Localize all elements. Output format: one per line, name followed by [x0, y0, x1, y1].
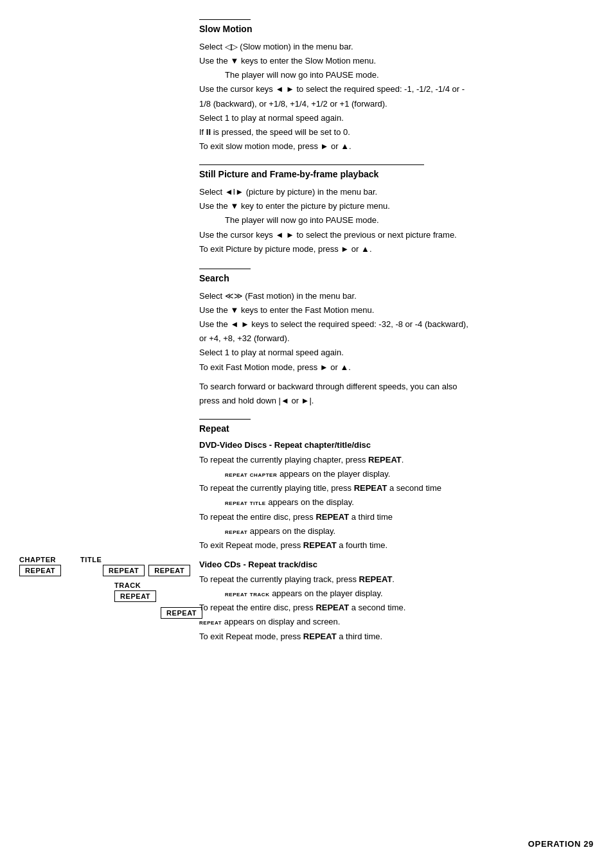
still-picture-line3: The player will now go into PAUSE mode.: [199, 214, 585, 227]
slow-motion-line2: Use the ▼ keys to enter the Slow Motion …: [199, 55, 585, 67]
page-content: Slow Motion Select ◁▷ (Slow motion) in t…: [199, 19, 585, 655]
diagram-row2: REPEAT REPEAT REPEAT: [19, 565, 202, 576]
dvd-line7: To exit Repeat mode, press REPEAT a four…: [199, 539, 585, 552]
still-picture-divider: [199, 164, 424, 165]
search-extra1: To search forward or backward through di…: [199, 380, 585, 393]
title-repeat-box: REPEAT: [103, 565, 145, 576]
search-line3: Use the ◄ ► keys to select the required …: [199, 318, 585, 331]
final-repeat-box: REPEAT: [161, 607, 202, 619]
disc-repeat-box: REPEAT: [148, 565, 190, 576]
repeat-divider: [199, 419, 251, 420]
slow-motion-line7: To exit slow motion mode, press ► or ▲.: [199, 140, 585, 153]
diagram-row1: CHAPTER TITLE: [19, 556, 202, 563]
still-picture-line1: Select ◄I► (picture by picture) in the m…: [199, 186, 585, 199]
search-line1: Select ≪≫ (Fast motion) in the menu bar.: [199, 290, 585, 303]
diagram-area: CHAPTER TITLE REPEAT REPEAT REPEAT TRACK…: [19, 556, 202, 619]
page-footer: OPERATION 29: [528, 839, 594, 849]
track-label: TRACK: [114, 581, 141, 589]
slow-motion-line3: The player will now go into PAUSE mode.: [199, 69, 585, 82]
slow-motion-title: Slow Motion: [199, 24, 585, 34]
still-picture-line2: Use the ▼ key to enter the picture by pi…: [199, 200, 585, 213]
dvd-line1: To repeat the currently playing chapter,…: [199, 454, 585, 466]
repeat-title: Repeat: [199, 423, 585, 434]
slow-motion-line6: If II is pressed, the speed will be set …: [199, 126, 585, 139]
dvd-subheading: DVD-Video Discs - Repeat chapter/title/d…: [199, 440, 585, 450]
search-title: Search: [199, 273, 585, 283]
dvd-line3: To repeat the currently playing title, p…: [199, 482, 585, 495]
vcd-line1: To repeat the currently playing track, p…: [199, 573, 585, 586]
search-section: Search Select ≪≫ (Fast motion) in the me…: [199, 269, 585, 407]
page-footer-text: OPERATION 29: [528, 839, 594, 849]
search-extra2: press and hold down |◄ or ►|.: [199, 394, 585, 407]
vcd-line4: repeat appears on display and screen.: [199, 616, 585, 628]
track-repeat-box: REPEAT: [114, 590, 156, 602]
title-label: TITLE: [80, 556, 132, 563]
diagram-row4: REPEAT: [161, 607, 202, 619]
slow-motion-line1: Select ◁▷ (Slow motion) in the menu bar.: [199, 40, 585, 53]
still-picture-section: Still Picture and Frame-by-frame playbac…: [199, 164, 585, 256]
still-picture-title: Still Picture and Frame-by-frame playbac…: [199, 169, 585, 179]
vcd-subheading: Video CDs - Repeat track/disc: [199, 560, 585, 569]
slow-motion-divider: [199, 19, 251, 20]
still-picture-line5: To exit Picture by picture mode, press ►…: [199, 243, 585, 256]
still-picture-line4: Use the cursor keys ◄ ► to select the pr…: [199, 229, 585, 242]
dvd-line6: repeat appears on the display.: [199, 525, 585, 538]
dvd-line5: To repeat the entire disc, press REPEAT …: [199, 511, 585, 524]
slow-motion-line4b: 1/8 (backward), or +1/8, +1/4, +1/2 or +…: [199, 98, 585, 111]
vcd-line2: repeat track appears on the player displ…: [199, 587, 585, 600]
dvd-line2: repeat chapter appears on the player dis…: [199, 468, 585, 481]
vcd-line3: To repeat the entire disc, press REPEAT …: [199, 601, 585, 614]
search-line2: Use the ▼ keys to enter the Fast Motion …: [199, 304, 585, 317]
chapter-label: CHAPTER: [19, 556, 80, 563]
slow-motion-section: Slow Motion Select ◁▷ (Slow motion) in t…: [199, 19, 585, 153]
search-line3b: or +4, +8, +32 (forward).: [199, 332, 585, 345]
search-line4: Select 1 to play at normal speed again.: [199, 346, 585, 359]
diagram-row3b: REPEAT: [114, 590, 202, 602]
slow-motion-line5: Select 1 to play at normal speed again.: [199, 112, 585, 125]
slow-motion-line4: Use the cursor keys ◄ ► to select the re…: [199, 83, 585, 96]
chapter-repeat-box: REPEAT: [19, 565, 61, 576]
diagram-row3: TRACK: [114, 581, 202, 589]
search-line5: To exit Fast Motion mode, press ► or ▲.: [199, 361, 585, 374]
search-divider: [199, 269, 251, 269]
repeat-section: Repeat DVD-Video Discs - Repeat chapter/…: [199, 419, 585, 643]
vcd-line5: To exit Repeat mode, press REPEAT a thir…: [199, 630, 585, 643]
dvd-line4: repeat title appears on the display.: [199, 496, 585, 509]
